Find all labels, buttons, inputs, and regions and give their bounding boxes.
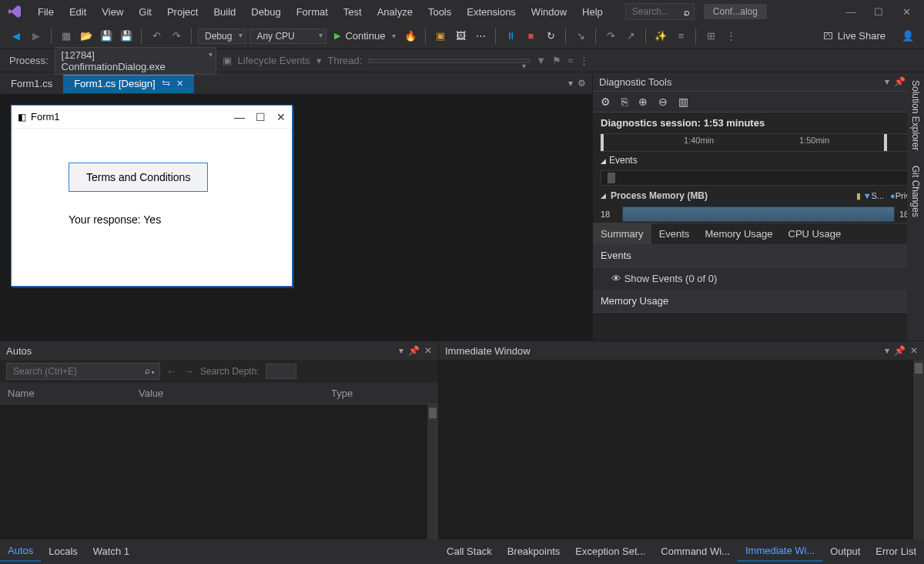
menu-extensions[interactable]: Extensions bbox=[460, 3, 523, 21]
diag-tab-summary[interactable]: Summary bbox=[593, 223, 651, 244]
bottab-output[interactable]: Output bbox=[822, 542, 868, 561]
tab-dropdown-icon[interactable]: ▾ bbox=[568, 78, 573, 89]
memory-chart[interactable]: 18 18 bbox=[601, 206, 916, 223]
tab-close-icon[interactable]: ✕ bbox=[176, 79, 183, 89]
col-type[interactable]: Type bbox=[331, 388, 430, 399]
autos-next-icon[interactable]: → bbox=[183, 365, 194, 378]
redo-icon[interactable]: ↷ bbox=[168, 28, 185, 45]
lifecycle-label[interactable]: Lifecycle Events bbox=[238, 55, 310, 66]
autos-dropdown-icon[interactable]: ▾ bbox=[399, 345, 403, 356]
step-over-icon[interactable]: ↷ bbox=[602, 28, 619, 45]
diag-zoomout-icon[interactable]: ⊖ bbox=[658, 96, 668, 108]
menu-help[interactable]: Help bbox=[575, 3, 610, 21]
form-minimize-icon[interactable]: — bbox=[234, 111, 245, 123]
restart-icon[interactable]: ↻ bbox=[542, 28, 559, 45]
step-out-icon[interactable]: ↗ bbox=[622, 28, 639, 45]
events-panel-header[interactable]: Events⌃ bbox=[593, 244, 924, 267]
chart-icon[interactable]: ≡ bbox=[672, 28, 689, 45]
solution-name[interactable]: Conf...alog bbox=[704, 4, 767, 19]
menu-edit[interactable]: Edit bbox=[62, 3, 93, 21]
continue-button[interactable]: ▶Continue bbox=[330, 29, 399, 43]
nav-forward-icon[interactable]: ▶ bbox=[28, 28, 45, 45]
menu-format[interactable]: Format bbox=[290, 3, 335, 21]
autos-close-icon[interactable]: ✕ bbox=[424, 345, 432, 356]
tab-form1-design[interactable]: Form1.cs [Design] ⮀ ✕ bbox=[63, 74, 193, 93]
panel-pin-icon[interactable]: 📌 bbox=[894, 76, 906, 87]
menu-window[interactable]: Window bbox=[524, 3, 574, 21]
search-icon[interactable]: ⌕ bbox=[684, 6, 690, 18]
imm-close-icon[interactable]: ✕ bbox=[910, 345, 918, 356]
diag-events-header[interactable]: ◢Events bbox=[593, 152, 924, 169]
imm-pin-icon[interactable]: 📌 bbox=[894, 345, 906, 356]
bottab-breakpoints[interactable]: Breakpoints bbox=[500, 542, 568, 561]
col-value[interactable]: Value bbox=[139, 388, 331, 399]
undo-icon[interactable]: ↶ bbox=[148, 28, 165, 45]
autos-body[interactable] bbox=[0, 405, 438, 539]
pause-icon[interactable]: ⏸ bbox=[502, 28, 519, 45]
menu-file[interactable]: File bbox=[31, 3, 61, 21]
bottab-command[interactable]: Command Wi... bbox=[653, 542, 738, 561]
liveshare-button[interactable]: ⮹Live Share bbox=[823, 30, 886, 42]
design-surface[interactable]: ◧ Form1 — ☐ ✕ Terms and Conditions Your … bbox=[0, 94, 592, 341]
menu-tools[interactable]: Tools bbox=[421, 3, 458, 21]
step-into-icon[interactable]: ↘ bbox=[572, 28, 589, 45]
git-changes-tab[interactable]: Git Changes bbox=[909, 163, 922, 220]
stop-icon[interactable]: ■ bbox=[522, 28, 539, 45]
show-events-link[interactable]: 👁 Show Events (0 of 0) bbox=[593, 267, 924, 290]
menu-project[interactable]: Project bbox=[160, 3, 205, 21]
memory-panel-header[interactable]: Memory Usage⌄ bbox=[593, 290, 924, 313]
form1-titlebar[interactable]: ◧ Form1 — ☐ ✕ bbox=[12, 106, 292, 129]
bottab-errorlist[interactable]: Error List bbox=[868, 542, 924, 561]
bottab-watch1[interactable]: Watch 1 bbox=[85, 542, 137, 561]
bottab-autos[interactable]: Autos bbox=[0, 541, 41, 562]
diag-tab-memory[interactable]: Memory Usage bbox=[697, 223, 780, 244]
terms-button[interactable]: Terms and Conditions bbox=[69, 163, 208, 192]
platform-dropdown[interactable]: Any CPU bbox=[249, 29, 326, 44]
open-folder-icon[interactable]: 📂 bbox=[78, 28, 95, 45]
imm-dropdown-icon[interactable]: ▾ bbox=[885, 345, 889, 356]
bottab-immediate[interactable]: Immediate Wi... bbox=[738, 541, 822, 562]
form-maximize-icon[interactable]: ☐ bbox=[256, 111, 266, 123]
account-icon[interactable]: 👤 bbox=[899, 28, 916, 45]
bottab-exceptions[interactable]: Exception Set... bbox=[567, 542, 653, 561]
imm-scrollbar[interactable] bbox=[913, 360, 924, 539]
tab-gear-icon[interactable]: ⚙ bbox=[578, 78, 586, 89]
thread-dropdown[interactable] bbox=[368, 59, 530, 63]
autos-search-icon[interactable]: ⌕▾ bbox=[145, 365, 156, 376]
diag-reset-icon[interactable]: ▥ bbox=[678, 96, 688, 108]
form1-window[interactable]: ◧ Form1 — ☐ ✕ Terms and Conditions Your … bbox=[11, 105, 293, 287]
menu-analyze[interactable]: Analyze bbox=[370, 3, 420, 21]
minimize-button[interactable]: — bbox=[838, 2, 864, 21]
new-item-icon[interactable]: ▦ bbox=[58, 28, 75, 45]
save-all-icon[interactable]: 💾 bbox=[118, 28, 135, 45]
layout-icon[interactable]: ⊞ bbox=[702, 28, 719, 45]
solution-explorer-tab[interactable]: Solution Explorer bbox=[909, 77, 922, 153]
diag-tab-events[interactable]: Events bbox=[651, 223, 698, 244]
immediate-body[interactable] bbox=[439, 360, 924, 539]
diag-memory-header[interactable]: ◢ Process Memory (MB) ▮ ▼S... ●Priv... bbox=[593, 190, 924, 206]
menu-test[interactable]: Test bbox=[336, 3, 369, 21]
form-close-icon[interactable]: ✕ bbox=[276, 111, 286, 123]
autos-scrollbar[interactable] bbox=[427, 405, 438, 539]
menu-build[interactable]: Build bbox=[206, 3, 243, 21]
bottab-callstack[interactable]: Call Stack bbox=[439, 542, 500, 561]
bottab-locals[interactable]: Locals bbox=[41, 542, 85, 561]
autos-pin-icon[interactable]: 📌 bbox=[408, 345, 420, 356]
menu-view[interactable]: View bbox=[95, 3, 130, 21]
tab-form1-cs[interactable]: Form1.cs bbox=[0, 74, 63, 93]
nav-back-icon[interactable]: ◀ bbox=[8, 28, 25, 45]
diag-settings-icon[interactable]: ⚙ bbox=[601, 96, 611, 108]
pic-icon[interactable]: 🖼 bbox=[452, 28, 469, 45]
col-name[interactable]: Name bbox=[8, 388, 139, 399]
dash-icon[interactable]: ⋯ bbox=[472, 28, 489, 45]
diag-zoomin-icon[interactable]: ⊕ bbox=[638, 96, 648, 108]
spark-icon[interactable]: ✨ bbox=[652, 28, 669, 45]
menu-debug[interactable]: Debug bbox=[244, 3, 287, 21]
autos-prev-icon[interactable]: ← bbox=[166, 365, 177, 378]
process-dropdown[interactable]: [12784] ConfirmationDialog.exe bbox=[55, 47, 216, 75]
hot-reload-icon[interactable]: 🔥 bbox=[402, 28, 419, 45]
browse-icon[interactable]: ▣ bbox=[432, 28, 449, 45]
pin-icon[interactable]: ⮀ bbox=[162, 79, 170, 88]
diag-export-icon[interactable]: ⎘ bbox=[621, 96, 628, 108]
depth-dropdown[interactable] bbox=[266, 364, 296, 379]
